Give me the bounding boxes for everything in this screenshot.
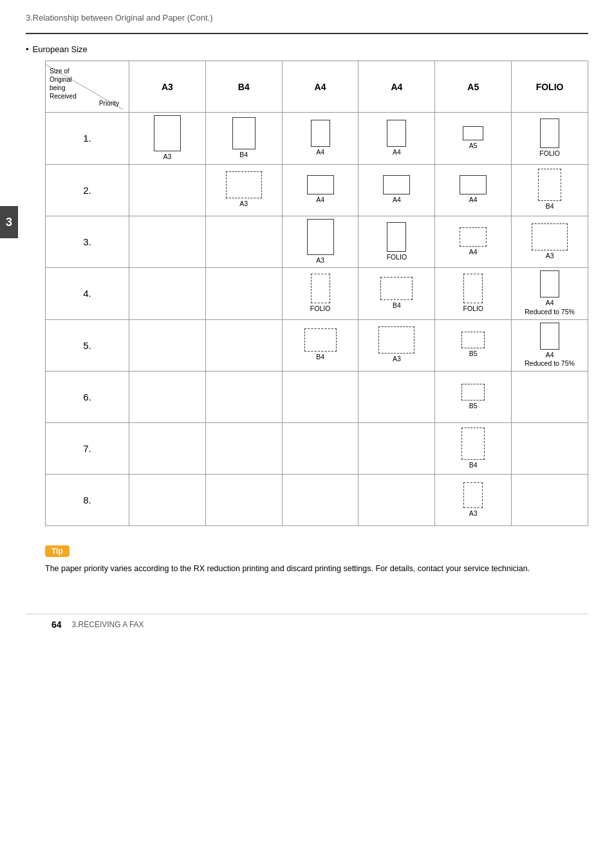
data-cell: FOLIO — [512, 113, 588, 165]
priority-cell: 4. — [46, 268, 129, 319]
table-row: 3.A3FOLIOA4A3 — [46, 216, 588, 268]
priority-cell: 3. — [46, 216, 129, 268]
data-cell: A4 — [282, 164, 358, 216]
priority-cell: 7. — [46, 422, 129, 474]
priority-cell: 6. — [46, 371, 129, 422]
data-cell — [358, 371, 435, 422]
tip-badge: Tip — [45, 545, 70, 557]
data-cell: A5 — [435, 113, 512, 165]
data-cell — [205, 371, 282, 422]
table-row: 2.A3A4A4A4B4 — [46, 164, 588, 216]
section-label: • European Size — [26, 44, 588, 54]
table-row: 4.FOLIOB4FOLIOA4 Reduced to 75% — [46, 268, 588, 319]
data-cell — [205, 268, 282, 319]
data-cell — [358, 474, 435, 525]
data-cell — [282, 422, 358, 474]
col-header-FOLIO: FOLIO — [512, 61, 588, 113]
data-cell: A3 — [205, 164, 282, 216]
data-cell — [129, 268, 206, 319]
data-cell — [129, 216, 206, 268]
data-cell: A4 — [435, 216, 512, 268]
data-cell: FOLIO — [435, 268, 512, 319]
table-row: 6.B5 — [46, 371, 588, 422]
col-header-A4-2: A4 — [358, 61, 435, 113]
col-header-A4-1: A4 — [282, 61, 358, 113]
data-cell: A4 — [358, 164, 435, 216]
data-cell — [512, 422, 588, 474]
diagonal-top-text: Size ofOriginalbeingReceived — [50, 67, 77, 100]
table-row: 5.B4A3B5A4 Reduced to 75% — [46, 319, 588, 371]
data-cell — [282, 474, 358, 525]
data-cell: B5 — [435, 319, 512, 371]
side-tab: 3 — [0, 206, 18, 238]
data-cell: FOLIO — [282, 268, 358, 319]
data-cell: FOLIO — [358, 216, 435, 268]
data-cell: A3 — [512, 216, 588, 268]
data-cell: B4 — [205, 113, 282, 165]
col-header-A3: A3 — [129, 61, 206, 113]
data-cell — [282, 371, 358, 422]
section-title: European Size — [33, 44, 88, 54]
priority-cell: 2. — [46, 164, 129, 216]
data-cell: A4 — [282, 113, 358, 165]
page-wrapper: 3.Relationship between Original and Pape… — [0, 0, 614, 648]
paper-size-table: Size ofOriginalbeingReceived Priority A3… — [45, 61, 588, 526]
data-cell: A3 — [435, 474, 512, 525]
page-footer: 64 3.RECEIVING A FAX — [26, 614, 588, 635]
data-cell: A3 — [282, 216, 358, 268]
data-cell — [205, 319, 282, 371]
data-cell — [205, 422, 282, 474]
data-cell — [129, 371, 206, 422]
data-cell: B4 — [358, 268, 435, 319]
data-cell — [205, 474, 282, 525]
col-header-A5: A5 — [435, 61, 512, 113]
table-row: 7.B4 — [46, 422, 588, 474]
section-divider — [26, 33, 588, 34]
priority-cell: 8. — [46, 474, 129, 525]
priority-cell: 1. — [46, 113, 129, 165]
data-cell — [512, 474, 588, 525]
data-cell: A4 Reduced to 75% — [512, 268, 588, 319]
data-cell — [205, 216, 282, 268]
breadcrumb: 3.Relationship between Original and Pape… — [26, 13, 588, 23]
data-cell — [129, 319, 206, 371]
data-cell — [129, 422, 206, 474]
data-cell — [512, 371, 588, 422]
diagonal-bottom-text: Priority — [99, 100, 119, 107]
data-cell — [129, 474, 206, 525]
tip-text: The paper priority varies according to t… — [45, 562, 588, 575]
data-cell: A4 — [435, 164, 512, 216]
data-cell: B4 — [435, 422, 512, 474]
data-cell — [358, 422, 435, 474]
data-cell: A4 — [358, 113, 435, 165]
data-cell: B4 — [512, 164, 588, 216]
data-cell: A3 — [129, 113, 206, 165]
data-cell: B5 — [435, 371, 512, 422]
footer-label: 3.RECEIVING A FAX — [72, 620, 144, 629]
page-number: 64 — [51, 619, 62, 630]
data-cell: A3 — [358, 319, 435, 371]
col-header-B4: B4 — [205, 61, 282, 113]
table-row: 1.A3B4A4A4A5FOLIO — [46, 113, 588, 165]
priority-cell: 5. — [46, 319, 129, 371]
diagonal-header-cell: Size ofOriginalbeingReceived Priority — [46, 61, 129, 113]
data-cell: A4 Reduced to 75% — [512, 319, 588, 371]
table-row: 8.A3 — [46, 474, 588, 525]
data-cell: B4 — [282, 319, 358, 371]
tip-section: Tip The paper priority varies according … — [45, 545, 588, 575]
data-cell — [129, 164, 206, 216]
